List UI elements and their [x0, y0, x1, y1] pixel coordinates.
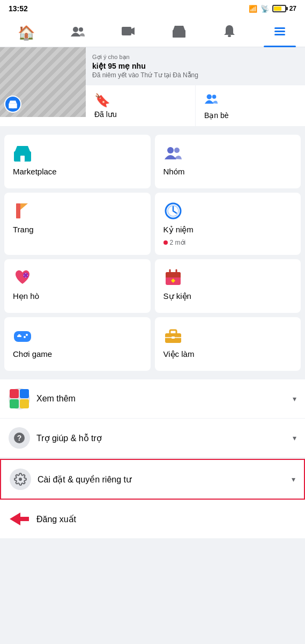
svg-rect-8 — [274, 31, 285, 32]
status-icons: 📶 📡 27 — [249, 5, 296, 13]
nav-home[interactable]: 🏠 — [9, 23, 43, 43]
property-image — [0, 47, 86, 117]
battery-label: 27 — [289, 5, 296, 12]
avatar — [4, 96, 21, 113]
menu-icon — [272, 24, 287, 42]
svg-rect-11 — [12, 106, 14, 108]
svg-marker-3 — [131, 27, 135, 35]
svg-rect-39 — [170, 330, 176, 334]
grid-card-events[interactable]: Sự kiện — [155, 259, 301, 313]
memories-icon — [163, 201, 183, 221]
jobs-label: Việc làm — [163, 349, 293, 359]
list-item-help[interactable]: ? Trợ giúp & hỗ trợ ▾ — [0, 419, 305, 458]
marketplace-icon — [13, 143, 32, 163]
property-tag: Gợi ý cho bạn — [92, 54, 299, 61]
property-info: Gợi ý cho bạn kiệt 95 mẹ nhu Đã niêm yết… — [86, 47, 305, 85]
settings-icon — [10, 469, 31, 490]
svg-rect-35 — [18, 334, 20, 336]
list-item-see-more[interactable]: Xem thêm ▾ — [0, 379, 305, 419]
gaming-label: Chơi game — [13, 349, 142, 359]
svg-marker-45 — [10, 513, 29, 525]
settings-label: Cài đặt & quyền riêng tư — [38, 474, 292, 485]
friends-icon — [70, 24, 85, 42]
friends-mini-card[interactable]: Bạn bè — [196, 85, 305, 126]
memories-label: Kỷ niệm — [163, 225, 293, 235]
grid-card-gaming[interactable]: Chơi game — [4, 317, 151, 371]
nav-friends[interactable] — [62, 21, 94, 45]
battery-icon — [272, 5, 286, 12]
gaming-icon — [13, 326, 32, 345]
svg-point-16 — [167, 147, 174, 153]
pages-label: Trang — [13, 225, 142, 234]
help-icon: ? — [9, 427, 30, 449]
top-card: Gợi ý cho bạn kiệt 95 mẹ nhu Đã niêm yết… — [0, 47, 305, 126]
svg-rect-2 — [122, 27, 131, 35]
nav-bar: 🏠 — [0, 17, 305, 47]
nav-menu[interactable] — [264, 21, 296, 45]
grid-section: Marketplace Nhóm Trang — [0, 130, 305, 375]
video-icon — [121, 24, 136, 42]
signal-icon: 📶 — [249, 5, 257, 13]
svg-point-44 — [19, 478, 22, 481]
svg-point-36 — [26, 334, 28, 336]
nav-marketplace[interactable] — [163, 21, 195, 45]
wifi-icon: 📡 — [261, 5, 269, 13]
svg-text:?: ? — [17, 434, 22, 442]
bell-icon — [222, 24, 237, 42]
svg-marker-19 — [20, 203, 28, 210]
marketplace-label: Marketplace — [13, 167, 142, 176]
chevron-down-icon-settings: ▾ — [292, 475, 295, 484]
chevron-down-icon: ▾ — [293, 394, 296, 403]
svg-point-17 — [174, 148, 180, 153]
svg-rect-15 — [20, 156, 25, 162]
saved-label: Đã lưu — [94, 110, 117, 119]
svg-rect-5 — [177, 33, 181, 38]
events-label: Sự kiện — [163, 291, 293, 301]
jobs-icon — [163, 326, 183, 345]
logout-arrow-icon — [9, 508, 30, 530]
friends-mini-icon — [204, 92, 218, 109]
property-sub: Đã niêm yết vào Thứ Tư tại Đà Nẵng — [92, 71, 299, 79]
apps-icon — [9, 388, 30, 409]
memories-badge: 2 mới — [163, 239, 293, 246]
saved-mini-card[interactable]: 🔖 Đã lưu — [86, 85, 195, 126]
grid-card-jobs[interactable]: Việc làm — [155, 317, 301, 371]
logout-row[interactable]: Đăng xuất — [0, 500, 305, 538]
pages-icon — [13, 201, 32, 221]
svg-rect-41 — [172, 336, 175, 339]
svg-rect-9 — [274, 34, 285, 35]
friends-mini-label: Bạn bè — [204, 111, 229, 120]
dating-icon — [13, 268, 32, 287]
marketplace-nav-icon — [172, 24, 187, 42]
events-icon — [163, 268, 183, 287]
chevron-down-icon-help: ▾ — [293, 434, 296, 442]
help-label: Trợ giúp & hỗ trợ — [36, 433, 293, 443]
svg-point-0 — [73, 27, 78, 32]
svg-rect-33 — [14, 331, 31, 342]
logout-label: Đăng xuất — [36, 514, 76, 524]
grid-card-marketplace[interactable]: Marketplace — [4, 135, 151, 188]
status-bar: 13:52 📶 📡 27 — [0, 0, 305, 17]
svg-point-37 — [24, 336, 26, 338]
svg-rect-18 — [16, 203, 20, 218]
property-title: kiệt 95 mẹ nhu — [92, 62, 299, 70]
list-section: Xem thêm ▾ ? Trợ giúp & hỗ trợ ▾ — [0, 379, 305, 458]
see-more-label: Xem thêm — [36, 394, 293, 404]
svg-point-1 — [79, 27, 83, 32]
svg-rect-29 — [166, 275, 181, 277]
svg-rect-7 — [274, 27, 285, 29]
svg-point-13 — [212, 95, 216, 99]
grid-card-dating[interactable]: Hẹn hò — [4, 259, 151, 313]
grid-card-memories[interactable]: Kỷ niệm 2 mới — [155, 193, 301, 255]
dating-label: Hẹn hò — [13, 291, 142, 301]
nav-bell[interactable] — [213, 21, 246, 45]
groups-label: Nhóm — [163, 167, 293, 176]
svg-point-6 — [228, 35, 231, 37]
groups-icon — [163, 143, 183, 163]
nav-video[interactable] — [112, 21, 144, 45]
grid-card-pages[interactable]: Trang — [4, 193, 151, 255]
home-icon: 🏠 — [18, 25, 35, 41]
grid-card-groups[interactable]: Nhóm — [155, 135, 301, 188]
list-item-settings[interactable]: Cài đặt & quyền riêng tư ▾ — [0, 459, 305, 500]
time: 13:52 — [9, 4, 28, 13]
